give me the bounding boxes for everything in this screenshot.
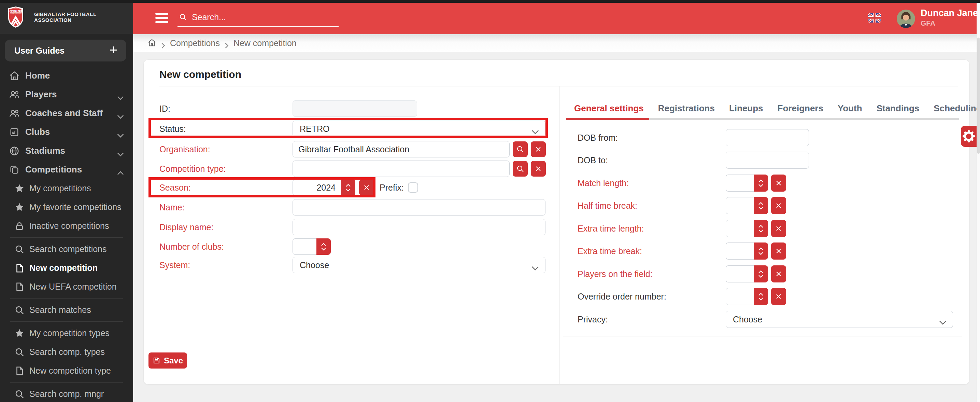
tab-foreigners[interactable]: Foreigners [777,103,824,118]
tab-registrations[interactable]: Registrations [657,103,716,118]
season-spinner[interactable] [341,179,355,196]
sidebar-item-inactive-competitions[interactable]: Inactive competitions [0,217,133,235]
extra-time-break-input[interactable] [726,242,754,260]
search-input[interactable] [192,12,337,22]
spinner-up-icon [758,179,764,183]
sidebar-item-my-competition-types[interactable]: My competition types [0,324,133,343]
organisation-search-button[interactable] [513,141,528,157]
season-clear-button[interactable] [359,180,374,195]
sidebar-item-coaches-staff[interactable]: Coaches and Staff [0,104,133,123]
sidebar-item-search-matches[interactable]: Search matches [0,301,133,319]
players-on-field-field [726,265,768,282]
sidebar-item-search-comp-mngr[interactable]: Search comp. mngr [0,384,133,402]
extra-time-length-clear-button[interactable] [771,220,786,237]
breadcrumb-competitions[interactable]: Competitions [170,38,220,48]
sidebar-item-label: New competition type [29,366,111,376]
spinner-down-icon [321,247,326,251]
override-order-number-spinner[interactable] [754,288,768,305]
dob-from-input[interactable] [726,129,809,146]
match-length-input[interactable] [726,174,754,191]
half-time-break-spinner[interactable] [754,197,768,214]
sidebar-item-new-competition-type[interactable]: New competition type [0,361,133,380]
match-length-clear-button[interactable] [771,174,786,191]
menu-icon[interactable] [155,13,168,25]
extra-time-break-clear-button[interactable] [771,242,786,260]
name-input[interactable] [293,199,546,215]
override-order-number-clear-button[interactable] [771,288,786,305]
avatar[interactable] [897,10,915,28]
tab-scheduling[interactable]: Scheduling [933,103,980,118]
sidebar-item-competitions[interactable]: Competitions [0,160,133,179]
tab-youth[interactable]: Youth [837,103,863,118]
field-row-id: ID: [159,100,417,117]
user-menu[interactable]: Duncan Jane GFA [921,8,978,27]
extra-time-break-spinner[interactable] [754,242,768,260]
competition-type-clear-button[interactable] [531,161,546,177]
id-label: ID: [159,104,293,114]
status-value: RETRO [300,124,330,134]
save-icon [153,357,161,364]
sidebar-item-my-favorite-competitions[interactable]: My favorite competitions [0,198,133,217]
status-select[interactable]: RETRO [293,121,546,137]
extra-time-length-spinner[interactable] [754,220,768,237]
sidebar-item-label: Inactive competitions [29,221,109,231]
number-of-clubs-spinner[interactable] [317,238,331,255]
number-of-clubs-field [293,238,331,255]
sidebar-item-my-competitions[interactable]: My competitions [0,179,133,198]
field-row-organisation: Organisation: [159,141,546,158]
sidebar-item-search-comp-types[interactable]: Search comp. types [0,343,133,361]
home-icon[interactable] [148,38,156,47]
system-select[interactable]: Choose [293,257,546,273]
field-row-half-time-break: Half time break: [578,197,786,214]
plus-icon[interactable]: + [110,43,118,57]
number-of-clubs-input[interactable] [293,238,317,255]
sidebar-item-label: Clubs [25,127,50,137]
sidebar-item-new-uefa-competition[interactable]: New UEFA competition [0,278,133,296]
sidebar-item-players[interactable]: Players [0,85,133,104]
season-input[interactable] [293,179,341,196]
dob-to-input[interactable] [726,152,809,169]
settings-flyout-button[interactable] [961,126,977,147]
match-length-spinner[interactable] [754,174,768,191]
field-row-system: System: Choose [159,257,546,273]
copy-icon [9,164,20,175]
override-order-number-input[interactable] [726,288,754,305]
extra-time-length-label: Extra time length: [578,224,726,234]
sidebar-nav: Home Players Coaches and Staff Clubs Sta… [0,66,133,402]
sidebar-item-clubs[interactable]: Clubs [0,123,133,141]
tab-lineups[interactable]: Lineups [729,103,764,118]
app-window: GIBRALTAR -FOOTBALL ASSOCIATION- GIBRALT… [0,0,980,402]
sidebar-item-new-competition[interactable]: New competition [0,258,133,278]
half-time-break-input[interactable] [726,197,754,214]
privacy-select[interactable]: Choose [726,311,953,328]
half-time-break-clear-button[interactable] [771,197,786,214]
chevron-down-icon [117,148,124,153]
organisation-input[interactable] [293,141,510,158]
chevron-down-icon [117,111,124,116]
field-row-number-of-clubs: Number of clubs: [159,238,331,255]
sidebar-item-label: Coaches and Staff [25,108,103,118]
scrollbar[interactable] [977,0,980,402]
sidebar-item-label: Players [25,89,57,100]
search-icon [14,347,25,357]
sidebar-item-home[interactable]: Home [0,66,133,85]
scrollbar-thumb[interactable] [977,38,980,154]
competition-type-search-button[interactable] [513,161,528,177]
field-row-competition-type: Competition type: [159,161,546,177]
players-on-field-spinner[interactable] [754,265,768,282]
sidebar-item-stadiums[interactable]: Stadiums [0,141,133,160]
tab-standings[interactable]: Standings [876,103,920,118]
tab-general-settings[interactable]: General settings [573,103,644,118]
competition-type-input[interactable] [293,161,510,177]
sidebar-item-search-competitions[interactable]: Search competitions [0,240,133,258]
club-box-icon [9,127,20,138]
display-name-input[interactable] [293,219,546,235]
extra-time-length-input[interactable] [726,220,754,237]
uk-flag-icon[interactable] [868,13,881,22]
prefix-checkbox[interactable] [408,182,418,193]
players-on-field-input[interactable] [726,265,754,282]
save-button[interactable]: Save [148,353,187,368]
organisation-clear-button[interactable] [531,141,546,157]
players-on-field-clear-button[interactable] [771,265,786,282]
user-guides-button[interactable]: User Guides + [5,40,126,61]
